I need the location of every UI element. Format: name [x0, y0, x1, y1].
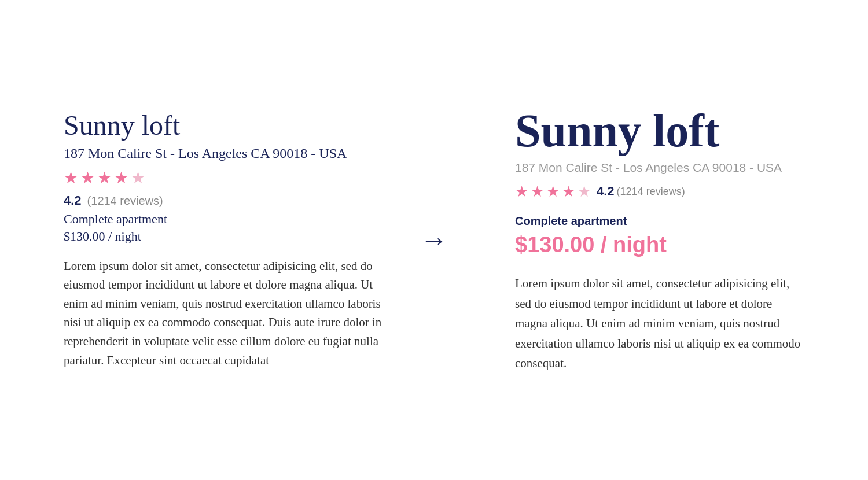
card-right: Sunny loft 187 Mon Calire St - Los Angel…	[469, 83, 827, 397]
rating-reviews-right: (1214 reviews)	[617, 186, 685, 198]
star-1-right: ★	[515, 183, 528, 201]
rating-left: 4.2 (1214 reviews)	[64, 193, 388, 208]
arrow-container: →	[399, 226, 469, 254]
address-right: 187 Mon Calire St - Los Angeles CA 90018…	[515, 161, 804, 175]
arrow-icon: →	[420, 226, 448, 254]
star-3-left: ★	[97, 168, 112, 187]
stars-left: ★ ★ ★ ★ ★	[64, 168, 388, 187]
star-5-right: ★	[578, 183, 591, 201]
rating-number-left: 4.2	[64, 193, 82, 208]
star-4-right: ★	[562, 183, 575, 201]
star-3-right: ★	[546, 183, 560, 201]
star-5-left: ★	[131, 168, 145, 187]
type-right: Complete apartment	[515, 215, 804, 228]
star-1-left: ★	[64, 168, 78, 187]
star-2-left: ★	[80, 168, 95, 187]
price-left: $130.00 / night	[64, 229, 388, 244]
description-left: Lorem ipsum dolor sit amet, consectetur …	[64, 257, 388, 370]
stars-right: ★ ★ ★ ★ ★ 4.2 (1214 reviews)	[515, 183, 804, 201]
type-left: Complete apartment	[64, 212, 388, 227]
rating-number-right: 4.2	[597, 184, 615, 199]
star-4-left: ★	[114, 168, 128, 187]
main-container: Sunny loft 187 Mon Calire St - Los Angel…	[0, 0, 868, 480]
description-right: Lorem ipsum dolor sit amet, consectetur …	[515, 274, 804, 374]
rating-reviews-left: (1214 reviews)	[87, 194, 163, 208]
card-left: Sunny loft 187 Mon Calire St - Los Angel…	[41, 87, 399, 393]
star-2-right: ★	[531, 183, 544, 201]
title-left: Sunny loft	[64, 110, 388, 141]
address-left: 187 Mon Calire St - Los Angeles CA 90018…	[64, 145, 388, 163]
price-right: $130.00 / night	[515, 232, 804, 257]
title-right: Sunny loft	[515, 106, 804, 155]
